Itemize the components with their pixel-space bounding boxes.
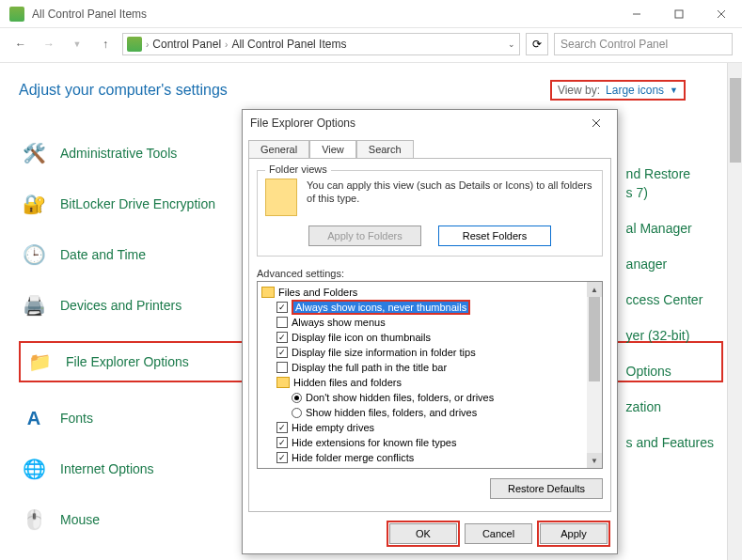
item-phone-modem[interactable]: 📞Phone and Modem [19, 555, 723, 560]
scrollbar-thumb[interactable] [730, 78, 741, 163]
minimize-button[interactable] [615, 0, 657, 28]
tab-view[interactable]: View [309, 140, 356, 158]
svg-rect-1 [675, 10, 683, 18]
advanced-settings-label: Advanced settings: [257, 268, 603, 279]
list-item: s 7) [626, 185, 714, 200]
advanced-settings-tree[interactable]: Files and Folders Always show icons, nev… [257, 281, 603, 469]
tree-item[interactable]: Display file size information in folder … [261, 345, 600, 360]
cancel-button[interactable]: Cancel [465, 523, 532, 544]
refresh-button[interactable]: ⟳ [526, 33, 548, 55]
right-column-partial: nd Restore s 7) al Manager anager ccess … [626, 166, 714, 450]
explorer-navbar: ← → ▼ ↑ › Control Panel › All Control Pa… [0, 28, 742, 60]
list-item[interactable]: s and Features [626, 435, 714, 450]
tree-item[interactable]: Hide empty drives [261, 420, 600, 435]
tree-item[interactable]: Don't show hidden files, folders, or dri… [261, 390, 600, 405]
list-item[interactable]: zation [626, 399, 714, 414]
folder-icon [261, 287, 275, 298]
folder-views-group: Folder views You can apply this view (su… [257, 170, 603, 257]
tree-item[interactable]: Always show menus [261, 315, 600, 330]
list-item[interactable]: al Manager [626, 221, 714, 236]
clock-icon: 🕒 [19, 240, 49, 270]
dialog-tabs: General View Search [243, 136, 617, 158]
control-panel-icon [9, 7, 24, 22]
folder-icon [276, 377, 290, 388]
checkbox-icon[interactable] [276, 362, 288, 373]
chevron-right-icon: › [146, 39, 149, 50]
scroll-up-icon[interactable]: ▲ [587, 282, 602, 297]
chevron-down-icon: ▼ [670, 86, 678, 95]
reset-folders-button[interactable]: Reset Folders [438, 226, 551, 246]
radio-icon[interactable] [292, 408, 302, 418]
crumb-all-items[interactable]: All Control Panel Items [231, 38, 346, 51]
window-title: All Control Panel Items [32, 8, 615, 21]
ok-button[interactable]: OK [389, 523, 457, 544]
tree-scrollbar[interactable]: ▲ ▼ [587, 282, 602, 468]
folder-icon [265, 179, 297, 216]
page-title: Adjust your computer's settings [19, 82, 228, 99]
crumb-control-panel[interactable]: Control Panel [152, 38, 221, 51]
chevron-right-icon: › [225, 39, 228, 50]
apply-to-folders-button[interactable]: Apply to Folders [308, 226, 421, 246]
list-item[interactable]: Options [626, 364, 714, 379]
dialog-close-button[interactable] [583, 112, 609, 134]
lock-icon: 🔐 [19, 189, 49, 219]
apply-button[interactable]: Apply [540, 523, 608, 544]
control-panel-icon [127, 37, 142, 52]
list-item[interactable]: nd Restore [626, 166, 714, 181]
folder-options-icon: 📁 [24, 347, 55, 377]
scrollbar-thumb[interactable] [589, 297, 600, 381]
tab-general[interactable]: General [248, 140, 309, 158]
fonts-icon: A [19, 403, 49, 433]
address-dropdown-icon[interactable]: ⌄ [508, 39, 515, 49]
tree-item[interactable]: Show hidden files, folders, and drives [261, 405, 600, 420]
checkbox-icon[interactable] [276, 332, 288, 343]
recent-dropdown[interactable]: ▼ [66, 33, 88, 55]
tree-item[interactable]: Hide extensions for known file types [261, 435, 600, 450]
checkbox-icon[interactable] [276, 422, 288, 433]
view-by-select[interactable]: View by: Large icons ▼ [550, 80, 686, 101]
back-button[interactable]: ← [9, 33, 32, 55]
globe-icon: 🌐 [19, 454, 49, 484]
list-item[interactable]: anager [626, 257, 714, 272]
tree-item[interactable]: Display file icon on thumbnails [261, 330, 600, 345]
maximize-button[interactable] [657, 0, 700, 28]
tree-item[interactable]: Always show icons, never thumbnails [261, 300, 600, 315]
dialog-titlebar: File Explorer Options [243, 110, 617, 136]
phone-icon: 📞 [19, 555, 49, 560]
file-explorer-options-dialog: File Explorer Options General View Searc… [242, 109, 618, 554]
list-item[interactable]: ccess Center [626, 292, 714, 307]
tools-icon: 🛠️ [19, 138, 49, 168]
checkbox-icon[interactable] [276, 317, 288, 328]
tree-item[interactable]: Hide folder merge conflicts [261, 450, 600, 465]
tab-view-body: Folder views You can apply this view (su… [248, 158, 611, 512]
vertical-scrollbar[interactable] [727, 63, 742, 560]
checkbox-icon[interactable] [276, 302, 288, 313]
mouse-icon: 🖱️ [19, 505, 49, 535]
forward-button[interactable]: → [38, 33, 60, 55]
close-button[interactable] [700, 0, 742, 28]
search-input[interactable]: Search Control Panel [554, 33, 733, 55]
list-item[interactable]: yer (32-bit) [626, 328, 714, 343]
tab-search[interactable]: Search [356, 140, 414, 158]
window-titlebar: All Control Panel Items [0, 0, 742, 28]
radio-icon[interactable] [292, 393, 302, 403]
tree-item[interactable]: Display the full path in the title bar [261, 360, 600, 375]
checkbox-icon[interactable] [276, 347, 288, 358]
restore-defaults-button[interactable]: Restore Defaults [490, 478, 603, 499]
checkbox-icon[interactable] [276, 437, 288, 448]
address-breadcrumb[interactable]: › Control Panel › All Control Panel Item… [122, 33, 520, 55]
printer-icon: 🖨️ [19, 290, 49, 320]
scroll-down-icon[interactable]: ▼ [587, 453, 602, 468]
checkbox-icon[interactable] [276, 452, 288, 463]
up-button[interactable]: ↑ [94, 33, 117, 55]
